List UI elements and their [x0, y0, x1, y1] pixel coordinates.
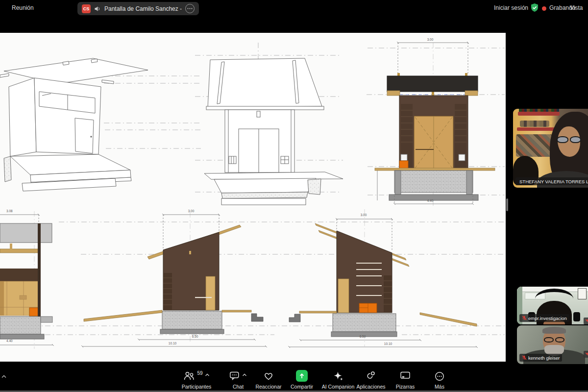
chevron-up-icon[interactable]: [205, 373, 210, 376]
participants-label: Participantes: [182, 384, 212, 390]
recording-dot-icon: [542, 6, 546, 11]
video-tile-empr[interactable]: empr.investigacion: [517, 287, 588, 324]
sign-in-link[interactable]: Iniciar sesión: [494, 4, 528, 11]
dim-sideL-base: 6.50: [192, 335, 198, 338]
person-glasses: [557, 136, 581, 143]
dim-front-base: 4.40: [427, 199, 434, 202]
whiteboards-label: Pizarras: [396, 384, 415, 390]
person3-glasses: [544, 337, 564, 343]
window-title: Reunión: [12, 4, 34, 11]
more-label: Más: [435, 384, 444, 390]
more-ellipsis-icon: [434, 371, 445, 382]
dim-section-width: 3.08: [6, 209, 13, 213]
dim-sideL-total: 10.10: [169, 342, 177, 345]
clutter: [516, 134, 552, 157]
offscreen-tile-mic-muted-icon: [584, 351, 588, 358]
dim-front-width: 3.00: [427, 38, 434, 41]
headphone-cup-right: [573, 312, 580, 321]
headphones-band: [535, 289, 573, 309]
participant-name-label: empr.investigacion: [519, 314, 569, 322]
apps-icon: [366, 371, 376, 381]
presenter-initials-badge: CS: [82, 4, 91, 13]
participants-button[interactable]: 59 Participantes: [177, 371, 216, 390]
participants-icon: [183, 371, 195, 381]
heart-icon: [263, 371, 274, 381]
chat-label: Chat: [233, 384, 244, 390]
participant-name-text: empr.investigacion: [528, 316, 567, 321]
mic-muted-icon: [522, 355, 527, 360]
share-screen-icon: [296, 370, 308, 382]
ai-companion-label: AI Companion: [322, 384, 355, 390]
view-menu[interactable]: Vista: [570, 4, 583, 11]
shared-screen-tab-title: Pantalla de Camilo Sanchez -: [104, 5, 182, 12]
whiteboard-icon: [400, 371, 411, 380]
shared-screen-content: 3.00: [0, 33, 506, 362]
participant-name-label: STHEFANY VALERIA TORRES LA: [515, 177, 588, 185]
shared-screen-tab[interactable]: CS Pantalla de Camilo Sanchez -: [77, 2, 199, 15]
offscreen-tile-mic-muted-icon: [584, 318, 588, 324]
person3-hair: [542, 327, 566, 334]
section-colored: 3.08 4.40: [0, 209, 54, 346]
audio-speaker-icon: [94, 6, 101, 12]
books-row: [519, 109, 559, 112]
dim-section-base: 4.40: [6, 339, 13, 343]
more-button[interactable]: Más: [425, 371, 454, 390]
collapse-chevron-icon[interactable]: [1, 374, 7, 378]
react-button[interactable]: Reaccionar: [249, 371, 288, 390]
participants-count: 59: [197, 370, 202, 376]
dim-sideR-roof: 3.00: [361, 213, 367, 217]
shelf-top: [518, 112, 560, 116]
video-tile-sthefany[interactable]: STHEFANY VALERIA TORRES LA: [513, 109, 588, 188]
participant-name-text: kenneth gleiser: [528, 355, 560, 361]
panel-scrollbar[interactable]: [506, 198, 508, 211]
front-elevation-line-drawing: [204, 58, 343, 205]
framed-poster: [578, 288, 587, 299]
side-elevation-left: 3.00: [81, 209, 267, 347]
participant-name-label: kenneth gleiser: [519, 354, 562, 362]
chat-icon: [229, 371, 240, 381]
apps-label: Aplicaciones: [357, 384, 386, 390]
architectural-drawing-sheet: 3.00: [0, 33, 506, 362]
dim-sideR-total: 10.10: [384, 342, 392, 345]
perspective-view-drawing: [0, 58, 148, 191]
security-shield-icon[interactable]: [530, 3, 539, 12]
mic-muted-icon: [522, 316, 527, 320]
side-elevation-right: 3.00: [288, 213, 478, 348]
apps-button[interactable]: Aplicaciones: [351, 371, 391, 390]
participant-name-text: STHEFANY VALERIA TORRES LA: [519, 179, 588, 184]
shelf-middle: [517, 127, 556, 131]
react-label: Reaccionar: [255, 384, 281, 390]
dim-sideR-base: 6.50: [360, 335, 366, 338]
video-tile-kenneth[interactable]: kenneth gleiser: [517, 325, 588, 364]
zoom-meeting-window: Reunión CS Pantalla de Camilo Sanchez - …: [0, 0, 588, 392]
shelf-objects: [520, 121, 549, 127]
chevron-up-icon[interactable]: [242, 373, 247, 376]
front-elevation-colored: 3.00: [375, 38, 495, 205]
share-screen-label: Compartir: [291, 384, 313, 390]
dim-sideL-roof: 3.00: [188, 209, 195, 213]
whiteboards-button[interactable]: Pizarras: [388, 371, 422, 390]
tab-options-icon[interactable]: [185, 4, 195, 13]
share-screen-button[interactable]: Compartir: [285, 371, 319, 390]
sparkle-icon: [333, 371, 343, 382]
